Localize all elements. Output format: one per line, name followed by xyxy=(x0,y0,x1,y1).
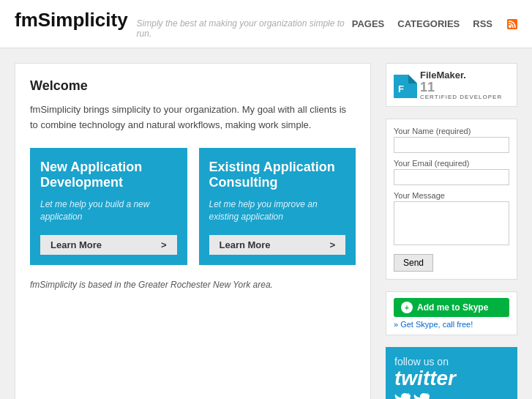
header-left: fmSimplicity Simply the best at making y… xyxy=(15,9,352,39)
skype-section: + Add me to Skype » Get Skype, call free… xyxy=(386,291,517,335)
twitter-birds xyxy=(394,393,509,399)
nav-categories[interactable]: CATEGORIES xyxy=(397,18,460,29)
twitter-word: twitter xyxy=(394,368,509,389)
intro-paragraph: fmSimplicity brings simplicity to your o… xyxy=(30,102,356,133)
filemaker-logo-icon: F xyxy=(392,73,416,97)
twitter-section: follow us on twitter xyxy=(386,347,517,399)
rss-icon[interactable] xyxy=(507,19,517,29)
site-title: fmSimplicity xyxy=(15,9,128,31)
contact-form: Your Name (required) Your Email (require… xyxy=(386,119,517,280)
cards-container: New Application Development Let me help … xyxy=(30,148,356,265)
svg-marker-2 xyxy=(394,75,417,98)
name-input[interactable] xyxy=(394,137,509,153)
filemaker-badge: F FileMaker. 11 CERTIFIED DEVELOPER xyxy=(386,63,517,107)
card1-desc: Let me help you build a new application xyxy=(40,198,177,228)
follow-text: follow us on xyxy=(394,356,449,368)
bird-icon-2 xyxy=(413,393,430,399)
message-textarea[interactable] xyxy=(394,201,509,245)
svg-point-1 xyxy=(509,25,512,28)
card-existing-application: Existing Application Consulting Let me h… xyxy=(199,148,356,265)
message-label: Your Message xyxy=(394,191,509,200)
nav-pages[interactable]: PAGES xyxy=(352,18,385,29)
message-field-group: Your Message xyxy=(394,191,509,248)
sidebar: F FileMaker. 11 CERTIFIED DEVELOPER Your… xyxy=(386,63,517,399)
card1-title: New Application Development xyxy=(40,160,177,191)
filemaker-cert: CERTIFIED DEVELOPER xyxy=(420,94,502,100)
card2-title: Existing Application Consulting xyxy=(209,160,346,191)
card-new-application: New Application Development Let me help … xyxy=(30,148,187,265)
name-label: Your Name (required) xyxy=(394,127,509,135)
learn-more-button-2[interactable]: Learn More > xyxy=(209,235,346,255)
filemaker-version: 11 xyxy=(420,81,502,94)
filemaker-brand: FileMaker. xyxy=(420,70,502,81)
add-skype-button[interactable]: + Add me to Skype xyxy=(394,298,509,317)
welcome-heading: Welcome xyxy=(30,78,356,94)
learn-more-button-1[interactable]: Learn More > xyxy=(40,235,177,255)
nav: PAGES CATEGORIES RSS xyxy=(352,18,517,29)
email-input[interactable] xyxy=(394,169,509,185)
svg-text:F: F xyxy=(398,83,404,94)
header: fmSimplicity Simply the best at making y… xyxy=(0,0,532,48)
filemaker-text: FileMaker. 11 CERTIFIED DEVELOPER xyxy=(420,70,502,100)
card2-desc: Let me help you improve an existing appl… xyxy=(209,198,346,228)
email-field-group: Your Email (required) xyxy=(394,159,509,185)
svg-marker-3 xyxy=(408,75,417,83)
skype-btn-label: Add me to Skype xyxy=(417,302,488,313)
layout: Welcome fmSimplicity brings simplicity t… xyxy=(0,48,532,399)
name-field-group: Your Name (required) xyxy=(394,127,509,153)
nav-rss[interactable]: RSS xyxy=(473,18,492,29)
location-text: fmSimplicity is based in the Greater Roc… xyxy=(30,280,356,290)
email-label: Your Email (required) xyxy=(394,159,509,168)
get-skype-link[interactable]: » Get Skype, call free! xyxy=(394,320,509,329)
bird-icon-1 xyxy=(394,393,411,399)
main-content: Welcome fmSimplicity brings simplicity t… xyxy=(15,63,371,399)
site-tagline: Simply the best at making your organizat… xyxy=(137,18,352,39)
send-button[interactable]: Send xyxy=(394,254,433,272)
skype-icon: + xyxy=(401,302,413,313)
